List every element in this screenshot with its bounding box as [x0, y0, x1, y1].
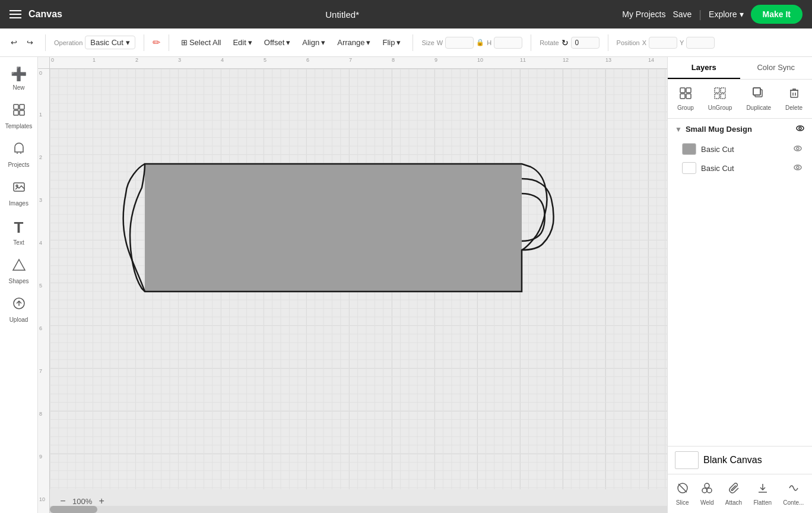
toolbar: ↩ ↪ Operation Basic Cut ▾ ✏ ⊞ Select All… [0, 28, 812, 57]
bottom-actions: Slice Weld Attach [668, 474, 812, 513]
ruler-h-tick-10: 10 [477, 57, 483, 63]
blank-canvas-label: Blank Canvas [703, 455, 762, 466]
canvas-scrollbar[interactable] [50, 506, 667, 513]
panel-tabs: Layers Color Sync [668, 57, 812, 80]
my-projects-link[interactable]: My Projects [622, 10, 665, 19]
canvas-grid[interactable] [50, 69, 667, 489]
operation-dropdown[interactable]: Basic Cut ▾ [85, 36, 135, 49]
ruler-corner [38, 57, 50, 69]
slice-button[interactable]: Slice [671, 479, 694, 508]
operation-group: Operation Basic Cut ▾ [54, 36, 135, 49]
ruler-vertical: 0 1 2 3 4 5 6 7 8 9 10 [38, 69, 50, 513]
explore-button[interactable]: Explore ▾ [709, 10, 743, 19]
svg-rect-12 [686, 94, 691, 99]
save-button[interactable]: Save [673, 10, 692, 19]
ruler-h-tick-6: 6 [306, 57, 309, 63]
blank-canvas-strip: Blank Canvas [668, 446, 812, 474]
layer-group-eye-icon[interactable] [795, 124, 805, 135]
ungroup-button[interactable]: UnGroup [706, 84, 735, 113]
pos-x-input[interactable] [649, 37, 677, 49]
sidebar-item-label-upload: Upload [9, 316, 28, 323]
align-button[interactable]: Align ▾ [299, 36, 329, 49]
ruler-h-tick-0: 0 [51, 57, 54, 63]
edit-button[interactable]: Edit ▾ [229, 36, 255, 49]
arrange-button[interactable]: Arrange ▾ [334, 36, 374, 49]
svg-rect-0 [14, 104, 18, 109]
delete-button[interactable]: Delete [783, 84, 805, 113]
svg-marker-6 [13, 259, 25, 270]
sidebar-item-projects[interactable]: Projects [0, 137, 37, 173]
tab-color-sync[interactable]: Color Sync [740, 57, 813, 79]
sidebar-item-text[interactable]: T Text [0, 214, 37, 251]
flatten-button[interactable]: Flatten [748, 479, 776, 508]
top-nav-right: My Projects Save | Explore ▾ Make It [622, 5, 803, 24]
svg-rect-15 [715, 94, 719, 99]
svg-rect-20 [791, 90, 798, 97]
svg-point-29 [707, 488, 712, 493]
svg-rect-13 [715, 88, 719, 93]
canvas-area[interactable]: 0 1 2 3 4 5 6 7 8 9 10 11 12 13 14 0 1 2… [38, 57, 667, 513]
ruler-v-tick-10: 10 [39, 496, 45, 502]
pos-y-label: Y [680, 39, 684, 46]
layer-color-swatch-1 [682, 143, 696, 155]
select-all-button[interactable]: ⊞ Select All [177, 36, 224, 49]
hamburger-menu[interactable] [9, 10, 21, 18]
flatten-icon [756, 482, 769, 498]
tab-layers[interactable]: Layers [668, 57, 740, 79]
svg-point-25 [794, 165, 801, 170]
rotate-input[interactable] [571, 37, 600, 49]
ungroup-icon [713, 87, 727, 103]
toolbar-sep-4 [413, 34, 413, 51]
layer-item-2[interactable]: Basic Cut [668, 159, 812, 178]
canvas-scrollbar-thumb[interactable] [50, 506, 97, 513]
contour-button[interactable]: Conte... [778, 479, 808, 508]
svg-point-5 [16, 185, 18, 187]
height-input[interactable] [494, 37, 522, 49]
images-icon [12, 180, 26, 198]
offset-button[interactable]: Offset ▾ [261, 36, 294, 49]
sidebar-item-new[interactable]: ➕ New [0, 62, 37, 96]
operation-label: Operation [54, 39, 83, 46]
layer-item-1[interactable]: Basic Cut [668, 140, 812, 159]
pos-y-input[interactable] [686, 37, 715, 49]
make-it-button[interactable]: Make It [751, 5, 803, 24]
size-group: Size W 🔒 H [421, 37, 522, 49]
svg-rect-8 [145, 164, 522, 292]
lock-icon: 🔒 [476, 39, 484, 46]
svg-point-26 [797, 166, 799, 169]
sidebar-item-images[interactable]: Images [0, 175, 37, 211]
width-input[interactable] [445, 37, 474, 49]
layer-group-name: Small Mug Design [686, 125, 752, 134]
ruler-v-tick-0: 0 [39, 70, 42, 76]
layer-eye-icon-2[interactable] [793, 163, 803, 174]
ruler-v-tick-2: 2 [39, 154, 42, 160]
weld-button[interactable]: Weld [696, 479, 719, 508]
nav-divider: | [699, 8, 702, 21]
attach-button[interactable]: Attach [721, 479, 747, 508]
position-group: Position X Y [617, 37, 715, 49]
duplicate-button[interactable]: Duplicate [744, 84, 773, 113]
redo-button[interactable]: ↪ [23, 36, 37, 49]
ruler-h-tick-9: 9 [434, 57, 437, 63]
sidebar-item-shapes[interactable]: Shapes [0, 253, 37, 289]
group-button[interactable]: Group [675, 84, 696, 113]
toolbar-sep-1 [45, 34, 46, 51]
chevron-down-icon: ▼ [675, 125, 682, 134]
mug-shape-wrapper[interactable] [109, 140, 560, 318]
top-nav: Canvas Untitled* My Projects Save | Expl… [0, 0, 812, 28]
main-layout: ➕ New Templates Proje [0, 57, 812, 513]
undo-button[interactable]: ↩ [7, 36, 21, 49]
flip-button[interactable]: Flip ▾ [379, 36, 404, 49]
svg-rect-16 [721, 94, 725, 99]
ruler-h-tick-2: 2 [135, 57, 138, 63]
mug-svg[interactable] [109, 140, 560, 318]
svg-rect-9 [680, 88, 685, 93]
sidebar-item-templates[interactable]: Templates [0, 98, 37, 134]
svg-rect-3 [20, 110, 24, 115]
layer-group-header[interactable]: ▼ Small Mug Design [668, 119, 812, 140]
ruler-v-tick-7: 7 [39, 368, 42, 374]
ruler-h-tick-1: 1 [93, 57, 96, 63]
delete-icon [788, 87, 801, 103]
sidebar-item-upload[interactable]: Upload [0, 292, 37, 328]
layer-eye-icon-1[interactable] [793, 144, 803, 155]
